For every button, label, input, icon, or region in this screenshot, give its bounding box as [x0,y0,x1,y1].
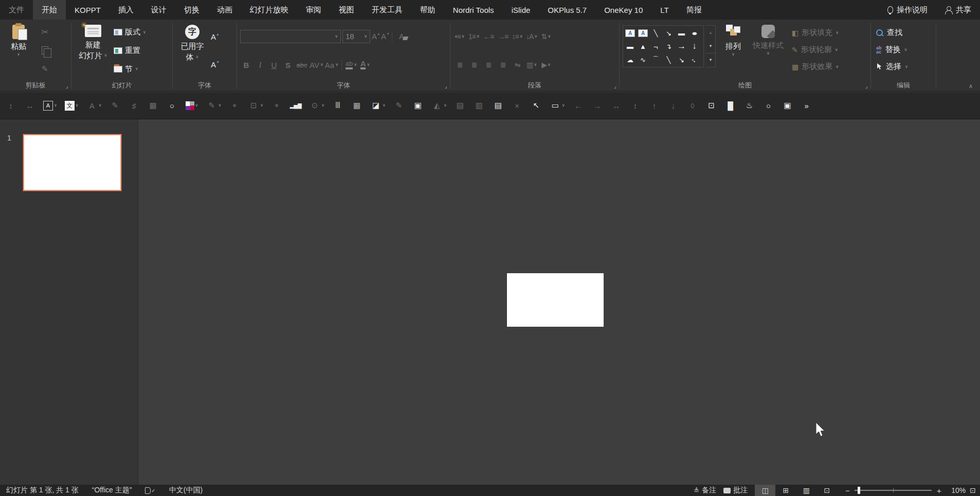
tab-view[interactable]: 视图 [330,0,363,20]
shape-elbow-connector[interactable]: ⌐ [649,40,662,53]
center-vertical-objects-icon[interactable]: ↕ [630,98,641,113]
move-up-icon[interactable]: ↑ [649,98,660,113]
new-slide-button[interactable]: ✳ 新建 幻灯片∨ [75,22,112,79]
zoom-slider-thumb[interactable] [858,487,860,494]
tell-me-button[interactable]: 操作说明 [879,0,936,20]
strikethrough-button[interactable]: abc [296,58,308,72]
view-reading-button[interactable]: ▥ [796,485,816,496]
brush-icon[interactable]: ✎ [393,98,405,113]
placeholder-box-icon[interactable]: ▭∨ [550,98,565,113]
text-direction-button[interactable]: ↓A∨ [525,30,538,43]
align-center-button[interactable]: ≣ [468,58,480,72]
notes-page-icon[interactable]: ▤ [493,98,504,113]
font-dialog-launcher-icon[interactable]: ⌟ [445,81,447,91]
tab-help[interactable]: 帮助 [411,0,444,20]
tab-koppt[interactable]: KOPPT [66,0,110,20]
flip-rotate-icon[interactable]: ◭∨ [431,98,447,113]
format-painter-button[interactable]: ✎ [36,62,53,76]
tab-design[interactable]: 设计 [142,0,175,20]
more-tools-icon[interactable]: » [801,98,812,113]
tab-transitions[interactable]: 切换 [175,0,208,20]
spell-check-button[interactable]: ✓ [145,487,155,494]
copy-button[interactable] [36,44,53,57]
tab-insert[interactable]: 插入 [110,0,142,20]
decrease-font-size-button[interactable]: A▾ [211,60,226,69]
bullets-button[interactable]: •≡∨ [453,30,466,43]
shape-arc[interactable]: ⌒ [649,53,662,66]
slide-canvas[interactable] [138,119,980,485]
shape-elbow-arrow-connector[interactable]: ↴ [662,40,675,53]
language-button[interactable]: 中文(中国) [169,486,203,495]
increase-font-size-button[interactable]: A▴ [211,32,226,41]
color-picker-icon[interactable]: ⌖ [229,98,240,113]
insert-picture-icon[interactable]: ▣ [782,98,793,113]
grow-font-button[interactable]: A▴ [372,32,379,41]
shape-double-arrow[interactable]: ↔ [688,53,701,66]
shape-oval[interactable]: ● [688,26,701,40]
shape-right-arrow[interactable]: → [675,40,688,53]
font-size-combo[interactable]: 18 ∨ [342,30,370,43]
comments-button[interactable]: 批注 [723,486,748,495]
align-right-objects-icon[interactable]: → [592,98,603,113]
shape-line-2[interactable]: ╲ [662,53,675,66]
character-spacing-button[interactable]: AV∨ [310,58,323,72]
share-button[interactable]: 共享 [936,0,980,20]
gallery-scroll-up-icon[interactable]: ▲ [706,26,715,39]
gallery-scroll-down-icon[interactable]: ▼ [706,39,715,52]
slide[interactable] [507,273,604,327]
shape-rectangle[interactable]: ▬ [675,26,688,40]
clipboard-dialog-launcher-icon[interactable]: ⌟ [66,81,68,91]
tab-islide[interactable]: iSlide [503,0,539,20]
shape-effects-button[interactable]: ▩ 形状效果 ∨ [792,61,839,73]
zoom-level[interactable]: 10% [946,486,966,494]
distribute-horizontal-icon[interactable]: ↔ [24,98,35,113]
justify-button[interactable]: ≣ [497,58,509,72]
tab-nordri-tools[interactable]: Nordri Tools [444,0,503,20]
white-rect-swatch-icon[interactable]: █ [725,98,736,113]
distribute-text-button[interactable]: ⇋ [511,58,523,72]
view-slideshow-button[interactable]: ⊡ [816,485,837,496]
layout-button[interactable]: 版式 ∨ [114,25,146,40]
shape-text-box[interactable]: A [624,26,637,40]
paragraph-dialog-launcher-icon[interactable]: ⌟ [614,81,616,91]
ink-color-icon[interactable]: ◊ [687,98,698,113]
paste-button[interactable]: 粘贴 ∨ [3,22,34,79]
increase-indent-button[interactable]: →≡ [497,30,509,43]
chart-icon[interactable]: ▂▅▇ [290,98,301,113]
drawing-dialog-launcher-icon[interactable]: ⌟ [865,81,868,91]
columns-button[interactable]: ▥∨ [525,58,538,72]
selection-pane-icon[interactable]: ↖ [531,98,542,113]
move-down-icon[interactable]: ↓ [668,98,679,113]
text-shadow-button[interactable]: S [282,58,294,72]
tab-onekey[interactable]: OneKey 10 [595,0,651,20]
tab-okplus[interactable]: OKPlus 5.7 [539,0,595,20]
find-button[interactable]: 查找 [876,26,934,40]
numbering-button[interactable]: 1≡∨ [468,30,480,43]
tab-file[interactable]: 文件 [0,0,33,20]
tab-lt[interactable]: LT [651,0,677,20]
gallery-more-icon[interactable]: ▼ [706,53,715,67]
align-right-button[interactable]: ≣ [482,58,495,72]
view-slide-sorter-button[interactable]: ⊞ [775,485,796,496]
shape-vertical-text-box[interactable]: A [637,26,649,40]
align-left-button[interactable]: ≣ [453,58,466,72]
used-fonts-button[interactable]: 字 已用字 体∨ [176,22,209,79]
shrink-font-button[interactable]: A▾ [381,32,389,41]
shape-line[interactable]: ╲ [649,26,662,40]
notes-button[interactable]: ≜ 备注 [694,486,716,495]
collapse-ribbon-icon[interactable]: ∧ [969,83,973,90]
shape-fill-button[interactable]: ◧ 形状填充 ∨ [792,27,839,39]
slide-thumbnail[interactable] [23,134,121,191]
snap-pin-icon[interactable]: ♯ [129,98,140,113]
horizontal-text-box-icon[interactable]: A∨ [43,98,57,113]
align-middle-icon[interactable]: ↕ [5,98,16,113]
quick-styles-button[interactable]: 快速样式 ∨ [751,22,786,79]
shape-rounded-rectangle[interactable]: ▬ [624,40,637,53]
fragment-shapes-icon[interactable]: ◪∨ [370,98,386,113]
tab-review[interactable]: 审阅 [297,0,330,20]
shape-outline-button[interactable]: ✎ 形状轮廓 ∨ [792,44,839,56]
bring-forward-icon[interactable]: ▣ [412,98,424,113]
shape-scribble[interactable]: ∿ [637,53,649,66]
arrange-button[interactable]: 排列 ∨ [718,22,749,79]
section-button[interactable]: 节 ∨ [114,62,146,76]
